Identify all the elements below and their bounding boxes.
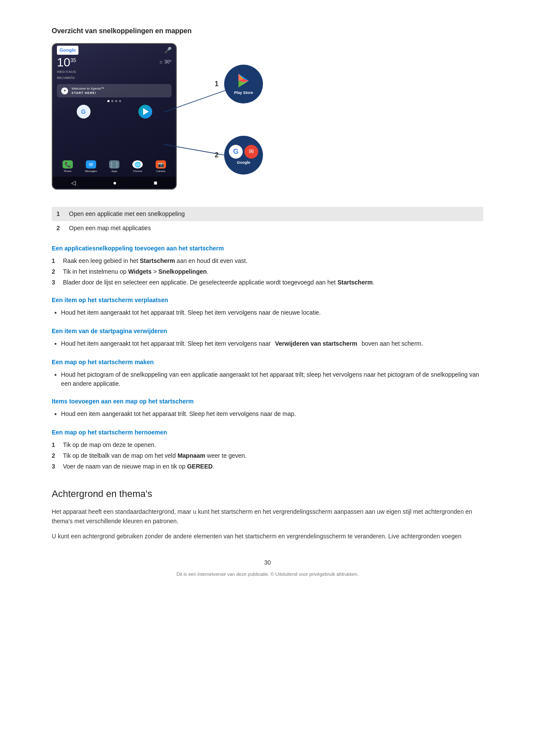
section-title: Overzicht van snelkoppelingen en mappen xyxy=(52,26,483,36)
list-move-item: Houd het item aangeraakt tot het apparaa… xyxy=(52,308,483,318)
list-item: Houd een item aangeraakt tot het apparaa… xyxy=(52,409,483,419)
info-table: 1 Open een applicatie met een snelkoppel… xyxy=(52,207,483,235)
phone-nav-bar: ◁ ● ■ xyxy=(53,177,176,189)
google-app-icon: G xyxy=(77,105,91,119)
table-row-1-text: Open een applicatie met een snelkoppelin… xyxy=(65,207,483,221)
status-bar: Google 🎤 xyxy=(53,44,176,56)
home-btn: ● xyxy=(113,178,116,187)
dot-3 xyxy=(119,100,121,102)
page-footer: 30 Dit is een internetversie van deze pu… xyxy=(52,558,483,587)
callout-1: 1 xyxy=(224,65,263,103)
camera-app: 📷 Camera xyxy=(154,160,167,173)
list-item: 3Voer de naam van de nieuwe map in en ti… xyxy=(52,462,483,471)
messages-app: ✉ Messages xyxy=(84,160,97,173)
list-add-shortcut: 1Raak een leeg gebied in het Startscherm… xyxy=(52,256,483,287)
sub-heading-move-item: Een item op het startscherm verplaatsen xyxy=(52,296,483,305)
time-area: 1035 WED 9 AUG BELVABÓS ☼ 30° xyxy=(53,56,176,81)
play-store-label: Play Store xyxy=(234,90,253,96)
phone-dots xyxy=(53,100,176,102)
google-label: Google xyxy=(57,46,78,55)
body-text-1: Het apparaat heeft een standaardachtergr… xyxy=(52,507,483,526)
list-item: Houd het item aangeraakt tot het apparaa… xyxy=(52,339,483,349)
list-item: 3Blader door de lijst en selecteer een a… xyxy=(52,278,483,287)
google-callout: G ✉ Google xyxy=(224,136,263,175)
callout-1-number: 1 xyxy=(215,79,219,89)
page-number: 30 xyxy=(52,558,483,567)
sub-heading-add-shortcut: Een applicatiesnelkoppeling toevoegen aa… xyxy=(52,244,483,253)
list-add-to-folder: Houd een item aangeraakt tot het apparaa… xyxy=(52,409,483,419)
apps-app: ⋮⋮ Apps xyxy=(108,160,121,173)
phone-time: 1035 xyxy=(57,56,76,69)
footer-note: Dit is een internetversie van deze publi… xyxy=(52,571,483,578)
body-text-2: U kunt een achtergrond gebruiken zonder … xyxy=(52,531,483,541)
welcome-icon: ✦ xyxy=(61,87,68,94)
phone-app: 📞 Phone xyxy=(61,160,74,173)
table-row-2: 2 Open een map met applicaties xyxy=(52,221,483,235)
welcome-text: Welcome to Xperia™ START HERE! xyxy=(72,87,104,95)
table-row-2-text: Open een map met applicaties xyxy=(65,221,483,235)
list-item: Houd het pictogram of de snelkoppeling v… xyxy=(52,370,483,388)
sub-heading-rename-folder: Een map op het startscherm hernoemen xyxy=(52,428,483,437)
list-make-folder: Houd het pictogram of de snelkoppeling v… xyxy=(52,370,483,388)
callout-2: 2 G ✉ Google xyxy=(224,136,263,175)
back-btn: ◁ xyxy=(71,178,76,187)
table-row-1: 1 Open een applicatie met een snelkoppel… xyxy=(52,207,483,221)
recents-btn: ■ xyxy=(154,178,157,187)
dot-2 xyxy=(115,100,117,102)
table-row-1-number: 1 xyxy=(52,207,65,221)
welcome-card: ✦ Welcome to Xperia™ START HERE! xyxy=(57,84,172,97)
sub-heading-make-folder: Een map op het startscherm maken xyxy=(52,358,483,367)
phone-screen: Google 🎤 1035 WED 9 AUG BELVABÓS ☼ 30° xyxy=(53,44,176,189)
list-item: 2Tik op de titelbalk van de map om het v… xyxy=(52,451,483,460)
list-remove-item: Houd het item aangeraakt tot het apparaa… xyxy=(52,339,483,349)
dot-active xyxy=(107,100,110,102)
list-item: 2Tik in het instelmenu op Widgets > Snel… xyxy=(52,267,483,276)
callout-2-number: 2 xyxy=(215,150,219,160)
play-store-icon xyxy=(235,72,252,89)
phone-location: BELVABÓS xyxy=(57,75,76,81)
mic-icon: 🎤 xyxy=(164,46,172,55)
list-item: 1Raak een leeg gebied in het Startscherm… xyxy=(52,256,483,266)
chrome-app: 🌐 Chrome xyxy=(131,160,144,173)
sub-heading-add-to-folder: Items toevoegen aan een map op het start… xyxy=(52,397,483,406)
app-dock: 📞 Phone ✉ Messages ⋮⋮ Apps 🌐 Chrome xyxy=(53,160,176,173)
diagram-container: Google 🎤 1035 WED 9 AUG BELVABÓS ☼ 30° xyxy=(52,43,483,198)
google-label-callout: Google xyxy=(237,160,250,166)
middle-app-row: G xyxy=(53,105,176,119)
large-section-heading: Achtergrond en thema's xyxy=(52,487,483,501)
list-item: Houd het item aangeraakt tot het apparaa… xyxy=(52,308,483,318)
play-store-callout: Play Store xyxy=(224,65,263,103)
list-rename-folder: 1Tik op de map om deze te openen. 2Tik o… xyxy=(52,440,483,471)
page-container: Overzicht van snelkoppelingen en mappen … xyxy=(0,0,535,612)
play-store-app-icon xyxy=(138,105,152,119)
dot-1 xyxy=(111,100,113,102)
sub-heading-remove-item: Een item van de startpagina verwijderen xyxy=(52,327,483,336)
phone-mockup: Google 🎤 1035 WED 9 AUG BELVABÓS ☼ 30° xyxy=(52,43,177,190)
phone-weather: ☼ 30° xyxy=(159,58,172,66)
table-row-2-number: 2 xyxy=(52,221,65,235)
phone-date: WED 9 AUG xyxy=(57,69,76,75)
list-item: 1Tik op de map om deze te openen. xyxy=(52,440,483,450)
